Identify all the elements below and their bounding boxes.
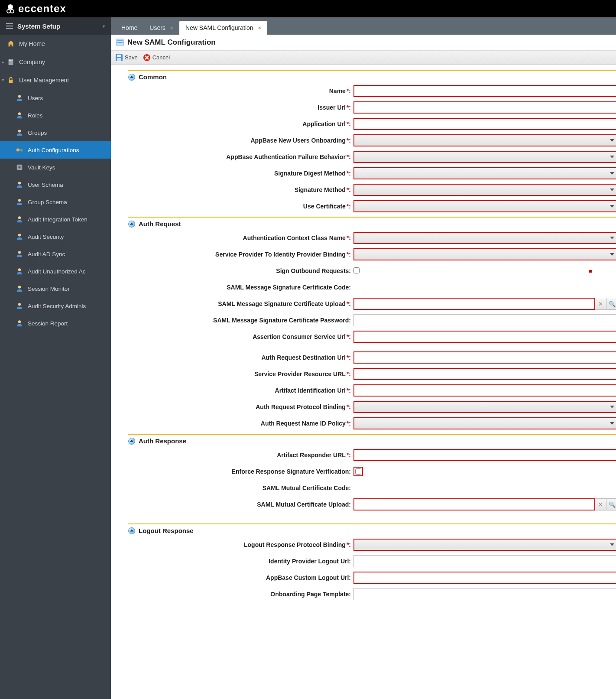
input-artifact-id-url[interactable] xyxy=(353,384,616,397)
caret-icon: ▸ xyxy=(2,59,4,65)
svg-rect-5 xyxy=(10,60,11,61)
label-enforce: Enforce Response Signature Verification: xyxy=(232,468,351,475)
input-destination-url[interactable] xyxy=(353,351,616,364)
select-context-class[interactable] xyxy=(353,232,616,244)
form-icon xyxy=(116,39,124,46)
page-title-row: New SAML Configuration xyxy=(111,35,616,51)
sidebar-label: My Home xyxy=(19,40,45,47)
collapse-icon[interactable] xyxy=(128,221,135,228)
user-icon xyxy=(16,94,23,102)
close-icon[interactable]: ✕ xyxy=(170,26,173,30)
tab-label: Home xyxy=(121,24,137,31)
input-idp-logout-url[interactable] xyxy=(353,555,616,567)
user-icon xyxy=(16,181,23,189)
svg-point-16 xyxy=(18,182,21,184)
cancel-icon xyxy=(143,54,151,62)
clear-upload-button[interactable]: ✕ xyxy=(595,498,606,510)
sidebar-item-groups[interactable]: Groups xyxy=(0,124,111,141)
input-sig-cert-upload[interactable] xyxy=(353,298,595,310)
input-application-url[interactable] xyxy=(353,118,616,130)
user-icon xyxy=(16,250,23,258)
sidebar-label: User Management xyxy=(19,77,69,84)
tab-new-saml[interactable]: New SAML Configuration✕ xyxy=(179,21,267,35)
close-icon[interactable]: ✕ xyxy=(258,26,261,30)
sidebar-item-auth-configurations[interactable]: Auth Configurations xyxy=(0,141,111,159)
sidebar-item-users[interactable]: Users xyxy=(0,89,111,107)
sidebar-item-company[interactable]: ▸ Company xyxy=(0,53,111,71)
label-artresp: Artifact Responder URL xyxy=(277,452,346,458)
sidebar-item-audit-ad-sync[interactable]: Audit AD Sync xyxy=(0,245,111,263)
checkbox-sign-outbound[interactable] xyxy=(353,267,360,273)
sidebar-label: Session Monitor xyxy=(28,286,70,292)
user-icon xyxy=(16,302,23,310)
user-icon xyxy=(16,267,23,275)
svg-point-19 xyxy=(18,234,21,236)
sidebar-item-audit-integration-token[interactable]: Audit Integration Token xyxy=(0,211,111,228)
key-icon xyxy=(16,146,23,154)
collapse-icon[interactable] xyxy=(128,74,135,81)
svg-rect-30 xyxy=(117,58,121,61)
section-header[interactable]: Common xyxy=(128,73,616,81)
svg-point-10 xyxy=(18,130,21,132)
sidebar-item-group-schema[interactable]: Group Schema xyxy=(0,193,111,211)
input-sp-resource-url[interactable] xyxy=(353,368,616,380)
tab-users[interactable]: Users✕ xyxy=(143,21,179,35)
input-name[interactable] xyxy=(353,85,616,97)
sidebar: System Setup ▾ My Home ▸ Company ▾ User … xyxy=(0,17,111,699)
sidebar-item-user-management[interactable]: ▾ User Management xyxy=(0,71,111,89)
top-bar: eccentex xyxy=(0,0,616,17)
select-nameid-policy[interactable] xyxy=(353,417,616,429)
input-acs-url[interactable] xyxy=(353,331,616,343)
select-digest-method[interactable] xyxy=(353,167,616,179)
sidebar-item-audit-security[interactable]: Audit Security xyxy=(0,228,111,245)
collapse-icon[interactable] xyxy=(128,438,135,445)
sidebar-item-vault-keys[interactable]: Vault Keys xyxy=(0,159,111,176)
select-use-certificate[interactable] xyxy=(353,200,616,212)
label-failbeh: AppBase Authentication Failure Behavior xyxy=(226,153,346,160)
section-header[interactable]: Auth Response xyxy=(128,437,616,445)
section-header[interactable]: Auth Request xyxy=(128,220,616,228)
label-mutupload: SAML Mutual Certificate Upload: xyxy=(257,501,351,508)
select-signature-method[interactable] xyxy=(353,184,616,196)
tab-home[interactable]: Home xyxy=(115,21,143,35)
sidebar-item-session-monitor[interactable]: Session Monitor xyxy=(0,280,111,297)
browse-upload-button[interactable]: 🔍 xyxy=(606,498,616,510)
section-common: Common Name*: Issuer Url*: Application U… xyxy=(128,70,616,212)
input-appbase-logout-url[interactable] xyxy=(353,572,616,584)
select-failure-behavior[interactable] xyxy=(353,151,616,163)
sidebar-header[interactable]: System Setup ▾ xyxy=(0,17,111,35)
sidebar-item-session-report[interactable]: Session Report xyxy=(0,315,111,332)
section-title: Auth Request xyxy=(139,220,181,228)
sidebar-item-roles[interactable]: Roles xyxy=(0,107,111,124)
input-mutual-cert-upload[interactable] xyxy=(353,498,595,510)
sidebar-item-audit-unauthorized-ac[interactable]: Audit Unauthorized Ac xyxy=(0,263,111,280)
collapse-icon[interactable] xyxy=(128,527,135,534)
toolbar: Save Cancel xyxy=(111,51,616,65)
label-sigmethod: Signature Method xyxy=(295,186,346,193)
label-digest: Signature Digest Method xyxy=(274,170,346,177)
section-title: Auth Response xyxy=(139,437,186,445)
checkbox-enforce-sig-verify[interactable] xyxy=(355,468,361,475)
clear-upload-button[interactable]: ✕ xyxy=(595,298,606,310)
sidebar-item-audit-security-adminis[interactable]: Audit Security Adminis xyxy=(0,297,111,315)
svg-rect-4 xyxy=(9,60,10,61)
label-appbaselogout: AppBase Custom Logout Url: xyxy=(266,574,351,581)
select-onboarding[interactable] xyxy=(353,134,616,146)
label-signout: Sign Outbound Requests: xyxy=(276,267,351,274)
sidebar-item-my-home[interactable]: My Home xyxy=(0,35,111,53)
input-onboarding-template[interactable] xyxy=(353,588,616,600)
select-sp-idp-binding[interactable] xyxy=(353,248,616,260)
tab-label: Users xyxy=(149,24,165,31)
select-protocol-binding[interactable] xyxy=(353,401,616,413)
section-header[interactable]: Logout Response xyxy=(128,527,616,534)
input-sig-cert-password[interactable] xyxy=(353,314,616,326)
sidebar-item-user-schema[interactable]: User Schema xyxy=(0,176,111,193)
save-button[interactable]: Save xyxy=(115,54,138,62)
input-artifact-responder-url[interactable] xyxy=(353,449,616,461)
user-icon xyxy=(16,198,23,206)
svg-point-0 xyxy=(8,4,13,10)
cancel-button[interactable]: Cancel xyxy=(143,54,170,62)
input-issuer-url[interactable] xyxy=(353,101,616,114)
select-logout-protocol-binding[interactable] xyxy=(353,539,616,551)
browse-upload-button[interactable]: 🔍 xyxy=(606,298,616,310)
